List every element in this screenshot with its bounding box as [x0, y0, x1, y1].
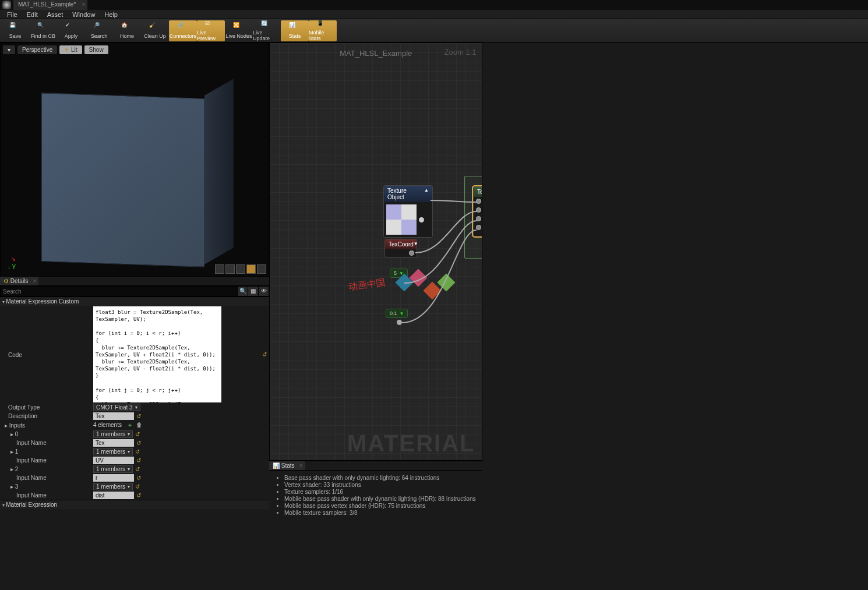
close-icon[interactable]: × — [299, 462, 303, 469]
reset-icon[interactable]: ↺ — [136, 475, 141, 481]
input-index[interactable]: ▸ 3 — [2, 483, 93, 490]
collapse-icon[interactable]: ▲ — [424, 188, 429, 200]
input-name-field[interactable] — [93, 439, 134, 447]
members-dropdown[interactable]: 1 members — [93, 483, 133, 490]
toolbar-live-update[interactable]: 🔄Live Update — [253, 20, 281, 41]
input-name-field[interactable] — [93, 457, 134, 464]
preview-viewport[interactable]: ▾ Perspective ☀ Lit Show ↘ ↓ Y — [0, 43, 269, 277]
input-pin-dist[interactable] — [476, 225, 481, 230]
node-custom-tex[interactable]: Tex▲ Tex UV r dist — [473, 186, 482, 236]
toolbar-icon: ☑ — [205, 20, 217, 29]
material-graph[interactable]: MAT_HLSL_Example Zoom 1:1 Texture Object… — [269, 43, 482, 461]
reset-icon[interactable]: ↺ — [135, 448, 140, 455]
collapse-icon[interactable]: ▼ — [414, 241, 418, 248]
viewport-lighting[interactable]: ☀ Lit — [59, 45, 82, 54]
viewport-shape-buttons[interactable] — [215, 264, 266, 274]
output-pin[interactable] — [409, 250, 414, 256]
search-icon[interactable]: 🔍 — [237, 287, 248, 296]
toolbar-icon: 🧹 — [149, 22, 161, 33]
members-dropdown[interactable]: 1 members — [93, 465, 133, 473]
input-name-label: Input Name — [2, 492, 93, 499]
stats-tab[interactable]: 📊 Stats× — [269, 461, 305, 470]
members-dropdown[interactable]: 1 members — [93, 430, 133, 438]
code-textarea[interactable]: float3 blur = Texture2DSample(Tex, TexSa… — [93, 306, 221, 402]
reset-icon[interactable]: ↺ — [135, 466, 140, 472]
viewport-show[interactable]: Show — [84, 45, 108, 54]
toolbar-find-in-cb[interactable]: 🔍Find in CB — [29, 20, 57, 41]
toolbar-icon: 🔀 — [233, 22, 245, 33]
search-input[interactable] — [1, 287, 237, 296]
output-pin[interactable] — [400, 280, 405, 285]
reset-icon[interactable]: ↺ — [135, 483, 140, 490]
toolbar-icon: 🔍 — [37, 22, 49, 33]
toolbar-mobile-stats[interactable]: 📱Mobile Stats — [309, 20, 337, 41]
input-name-label: Input Name — [2, 457, 93, 464]
desc-input[interactable] — [93, 412, 134, 420]
close-icon[interactable]: × — [82, 1, 85, 8]
add-element-icon[interactable]: ＋ — [127, 422, 133, 428]
zoom-label: Zoom 1:1 — [444, 48, 477, 56]
input-pin-r[interactable] — [476, 216, 481, 221]
menu-edit[interactable]: Edit — [22, 11, 43, 18]
output-pin[interactable] — [397, 320, 402, 325]
input-pin-tex[interactable] — [476, 199, 481, 204]
input-index[interactable]: ▸ 0 — [2, 431, 93, 437]
ue-logo-icon — [2, 1, 11, 9]
toolbar-home[interactable]: 🏠Home — [113, 20, 141, 41]
details-tab[interactable]: ⚙ Details× — [0, 277, 38, 285]
toolbar-live-nodes[interactable]: 🔀Live Nodes — [225, 20, 253, 41]
toolbar-icon: 🔎 — [93, 22, 105, 33]
reset-icon[interactable]: ↺ — [136, 492, 141, 499]
toolbar-icon: 💾 — [9, 22, 21, 33]
section-material-expression[interactable]: Material Expression — [0, 500, 269, 509]
viewport-dropdown-icon[interactable]: ▾ — [3, 45, 15, 54]
toolbar: 💾Save🔍Find in CB✔Apply🔎Search🏠Home🧹Clean… — [0, 19, 868, 43]
reset-icon[interactable]: ↺ — [135, 431, 140, 437]
input-name-field[interactable] — [93, 474, 134, 482]
close-icon[interactable]: × — [33, 278, 37, 284]
asset-tab[interactable]: MAT_HLSL_Example* × — [13, 0, 88, 10]
node-constant-01[interactable]: 0.1▼ — [386, 309, 408, 318]
material-watermark: MATERIAL — [347, 430, 475, 457]
input-index[interactable]: ▸ 2 — [2, 466, 93, 472]
menu-asset[interactable]: Asset — [43, 11, 68, 18]
reset-icon[interactable]: ↺ — [136, 413, 141, 419]
reset-icon[interactable]: ↺ — [136, 440, 141, 446]
node-texture-object[interactable]: Texture Object▲ — [383, 185, 433, 238]
node-constant-5[interactable]: 5▼ — [390, 268, 408, 278]
toolbar-search[interactable]: 🔎Search — [85, 20, 113, 41]
input-name-field[interactable] — [93, 492, 134, 499]
matrix-icon[interactable]: ▦ — [248, 287, 258, 296]
menu-window[interactable]: Window — [68, 11, 100, 18]
titlebar: MAT_HLSL_Example* × — [0, 0, 868, 10]
stats-line: Base pass shader with only dynamic light… — [284, 475, 475, 481]
toolbar-clean-up[interactable]: 🧹Clean Up — [141, 20, 169, 41]
reset-icon[interactable]: ↺ — [136, 457, 141, 464]
details-search[interactable]: 🔍 ▦ 👁 — [0, 286, 269, 296]
members-dropdown[interactable]: 1 members — [93, 448, 133, 455]
eye-icon[interactable]: 👁 — [258, 287, 269, 296]
preview-mesh — [36, 78, 216, 270]
menu-file[interactable]: File — [2, 11, 22, 18]
toolbar-icon: 🔗 — [177, 22, 189, 33]
stats-line: Texture samplers: 1/16 — [284, 489, 475, 495]
stats-line: Vertex shader: 33 instructions — [284, 482, 475, 488]
toolbar-save[interactable]: 💾Save — [1, 20, 29, 41]
toolbar-icon: 📊 — [289, 22, 301, 33]
node-texcoord[interactable]: TexCoord▼ — [384, 239, 417, 257]
viewport-mode[interactable]: Perspective — [17, 45, 57, 54]
toolbar-apply[interactable]: ✔Apply — [57, 20, 85, 41]
section-material-expression-custom[interactable]: Material Expression Custom — [0, 296, 269, 306]
menu-help[interactable]: Help — [100, 11, 122, 18]
clear-icon[interactable]: 🗑 — [136, 422, 142, 428]
output-pin[interactable] — [419, 217, 424, 222]
input-pin-uv[interactable] — [476, 207, 481, 213]
toolbar-connectors[interactable]: 🔗Connectors — [169, 20, 197, 41]
input-index[interactable]: ▸ 1 — [2, 448, 93, 455]
reset-icon[interactable]: ↺ — [262, 351, 267, 358]
toolbar-live-preview[interactable]: ☑Live Preview — [197, 20, 225, 41]
output-type-dropdown[interactable]: CMOT Float 3 — [93, 404, 140, 411]
prop-inputs-label[interactable]: ▸ Inputs — [2, 422, 93, 429]
input-name-label: Input Name — [2, 440, 93, 446]
toolbar-stats[interactable]: 📊Stats — [281, 20, 309, 41]
